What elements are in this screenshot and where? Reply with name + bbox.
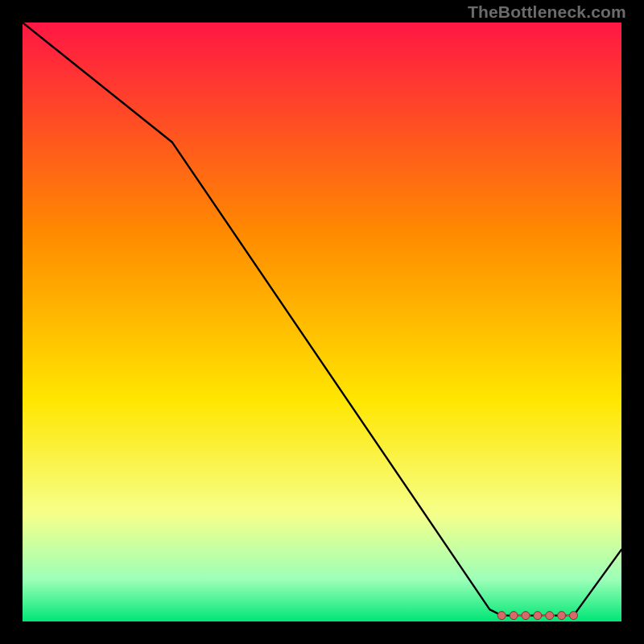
optimum-marker xyxy=(534,612,542,620)
plot-svg xyxy=(23,23,621,621)
gradient-background xyxy=(23,23,621,621)
chart-frame: TheBottleneck.com xyxy=(0,0,644,644)
optimum-marker xyxy=(510,612,518,620)
optimum-marker xyxy=(497,612,506,620)
optimum-marker xyxy=(558,612,566,620)
optimum-marker xyxy=(570,612,578,620)
optimum-marker xyxy=(522,612,530,620)
optimum-marker xyxy=(546,612,554,620)
attribution-label: TheBottleneck.com xyxy=(468,2,626,22)
plot-area xyxy=(23,23,621,621)
